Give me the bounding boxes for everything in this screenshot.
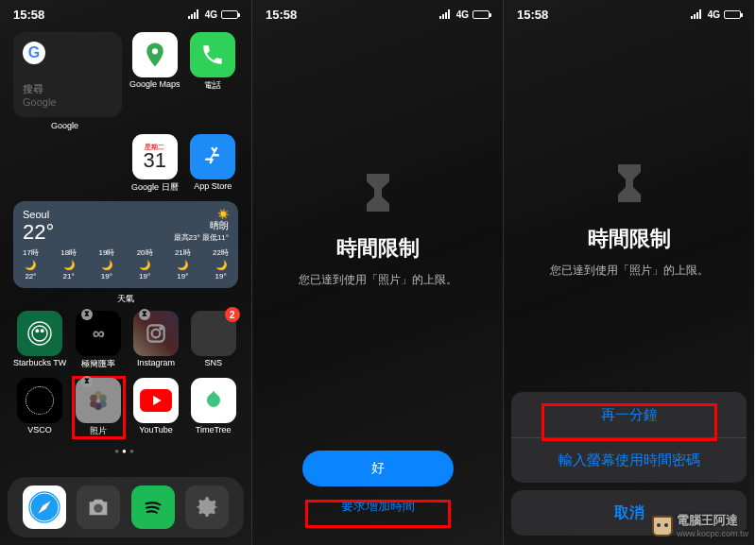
hourglass-icon — [607, 161, 652, 206]
weather-temp: 22° — [23, 220, 54, 245]
highlight-box — [541, 403, 717, 441]
status-bar: 15:58 4G — [0, 0, 251, 26]
watermark-url: www.kocpc.com.tw — [677, 529, 748, 538]
phone-icon — [190, 32, 235, 77]
app-google-maps[interactable]: Google Maps — [129, 32, 180, 117]
app-youtube[interactable]: YouTube — [131, 378, 181, 437]
google-widget-label: Google — [51, 121, 78, 130]
app-label: Google Maps — [129, 79, 180, 89]
vsco-icon — [17, 378, 62, 423]
google-g-icon: G — [23, 42, 45, 64]
app-rate[interactable]: ⧗ ∞ 極簡匯率 — [74, 311, 124, 370]
svg-point-4 — [41, 330, 43, 332]
rate-icon: ⧗ ∞ — [76, 311, 121, 356]
network-label: 4G — [205, 9, 217, 20]
google-brand: Google — [23, 96, 112, 108]
enter-passcode-button[interactable]: 輸入螢幕使用時間密碼 — [511, 437, 747, 483]
hourglass-badge-icon: ⧗ — [81, 309, 93, 320]
google-widget[interactable]: G 搜尋 Google — [13, 32, 122, 117]
weather-widget[interactable]: Seoul 22° ☀️ 晴朗 最高23° 最低11° 17時🌙22° 18時🌙… — [13, 201, 238, 288]
watermark-face-icon — [652, 516, 673, 536]
photos-icon: ⧗ — [76, 378, 121, 423]
network-label: 4G — [708, 9, 720, 20]
sun-icon: ☀️ — [174, 209, 229, 219]
youtube-icon — [133, 378, 179, 423]
signal-icon — [439, 9, 453, 19]
weather-hours: 17時🌙22° 18時🌙21° 19時🌙19° 20時🌙19° 21時🌙19° … — [23, 248, 229, 282]
app-starbucks[interactable]: Starbucks TW — [13, 311, 66, 370]
dock — [8, 477, 244, 537]
folder-sns[interactable]: 2 SNS — [188, 311, 238, 370]
page-indicator: ●●● — [0, 447, 251, 455]
weather-hilo: 最高23° 最低11° — [174, 232, 229, 243]
status-time: 15:58 — [266, 8, 297, 22]
network-label: 4G — [456, 9, 469, 20]
instagram-icon: ⧗ — [133, 311, 179, 356]
battery-icon — [221, 10, 238, 19]
app-instagram[interactable]: ⧗ Instagram — [131, 311, 181, 370]
app-google-calendar[interactable]: 星期二 31 Google 日曆 — [129, 134, 180, 194]
screenshot-limit: 15:58 4G 時間限制 您已達到使用「照片」的上限。 好 要求增加時間 — [251, 0, 503, 545]
svg-point-2 — [32, 326, 47, 341]
starbucks-icon — [17, 311, 62, 356]
signal-icon — [188, 9, 201, 19]
status-time: 15:58 — [13, 8, 44, 22]
limit-subtitle: 您已達到使用「照片」的上限。 — [271, 272, 484, 288]
status-right: 4G — [439, 9, 490, 20]
screenshot-home: 15:58 4G G 搜尋 Google Google Maps 電 — [0, 0, 251, 545]
limit-title: 時間限制 — [271, 234, 484, 263]
dock-settings[interactable] — [185, 485, 229, 529]
hourglass-badge-icon: ⧗ — [139, 309, 150, 320]
app-label: 極簡匯率 — [81, 358, 115, 370]
status-time: 15:58 — [517, 8, 548, 22]
ok-button[interactable]: 好 — [302, 451, 454, 486]
weather-widget-label: 天氣 — [117, 294, 134, 303]
app-label: VSCO — [27, 425, 52, 434]
app-label: Instagram — [137, 358, 175, 367]
status-bar: 15:58 4G — [252, 0, 503, 26]
watermark: 電腦王阿達www.kocpc.com.tw — [652, 514, 748, 539]
app-label: App Store — [194, 181, 232, 191]
app-label: 電話 — [204, 79, 221, 92]
weather-cond: 晴朗 — [174, 219, 229, 232]
signal-icon — [691, 9, 704, 19]
svg-point-17 — [94, 504, 103, 513]
timetree-icon — [191, 378, 236, 423]
weather-city: Seoul — [23, 209, 54, 220]
appstore-icon — [190, 134, 235, 179]
status-bar: 15:58 4G — [504, 0, 754, 26]
screentime-limit-panel: 時間限制 您已達到使用「照片」的上限。 — [504, 161, 754, 279]
status-right: 4G — [188, 9, 238, 20]
app-timetree[interactable]: TimeTree — [188, 378, 238, 437]
watermark-brand: 電腦王阿達 — [677, 513, 738, 527]
app-label: SNS — [204, 358, 222, 367]
app-appstore[interactable]: App Store — [188, 134, 239, 194]
svg-point-13 — [91, 395, 98, 402]
sns-folder-icon: 2 — [191, 311, 236, 356]
dock-safari[interactable] — [23, 485, 66, 529]
svg-point-0 — [152, 48, 158, 54]
dock-camera[interactable] — [77, 485, 120, 529]
app-vsco[interactable]: VSCO — [13, 378, 66, 437]
app-label: Google 日曆 — [131, 181, 179, 194]
status-right: 4G — [691, 9, 741, 20]
google-search-label: 搜尋 — [23, 82, 112, 96]
screenshot-limit-actions: 15:58 4G 時間限制 您已達到使用「照片」的上限。 再一分鐘 輸入螢幕使用… — [503, 0, 754, 545]
svg-point-3 — [36, 330, 39, 332]
limit-subtitle: 您已達到使用「照片」的上限。 — [523, 263, 735, 279]
app-label: Starbucks TW — [13, 358, 66, 367]
hourglass-icon — [355, 170, 401, 215]
app-photos[interactable]: ⧗ 照片 — [74, 378, 124, 437]
maps-icon — [132, 32, 178, 77]
dock-spotify[interactable] — [131, 485, 175, 529]
calendar-icon: 星期二 31 — [132, 134, 178, 179]
battery-icon — [472, 10, 490, 19]
battery-icon — [724, 10, 741, 19]
limit-title: 時間限制 — [523, 225, 735, 253]
app-phone[interactable]: 電話 — [188, 32, 238, 117]
svg-point-7 — [160, 328, 162, 330]
highlight-box — [305, 500, 451, 528]
app-label: TimeTree — [196, 425, 232, 434]
svg-point-6 — [152, 330, 161, 338]
app-label: YouTube — [139, 425, 172, 434]
